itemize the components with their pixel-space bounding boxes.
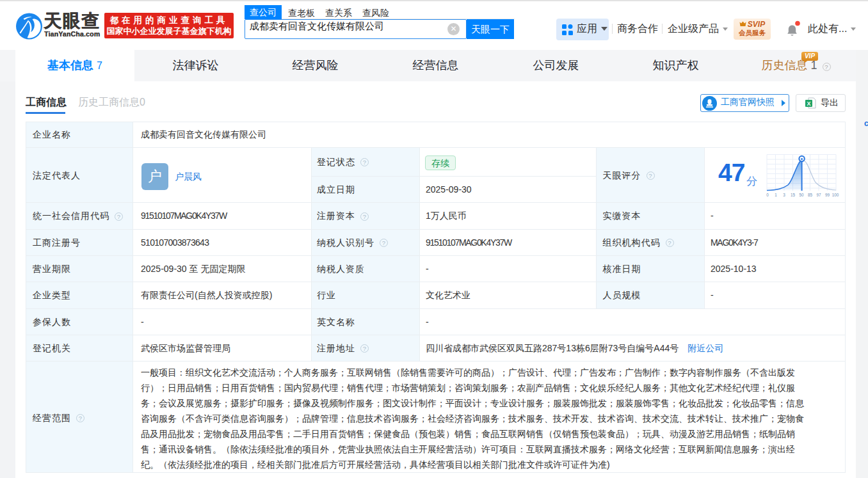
svg-text:50: 50 bbox=[799, 193, 804, 197]
svg-text:97: 97 bbox=[816, 193, 821, 197]
svg-text:100: 100 bbox=[832, 193, 839, 197]
svg-text:1: 1 bbox=[775, 193, 777, 197]
svg-text:99: 99 bbox=[825, 193, 830, 197]
svg-text:0: 0 bbox=[766, 193, 769, 197]
svg-text:3: 3 bbox=[783, 193, 785, 197]
svg-text:85: 85 bbox=[808, 193, 813, 197]
svg-text:15: 15 bbox=[791, 193, 796, 197]
svg-text:X: X bbox=[807, 100, 810, 107]
